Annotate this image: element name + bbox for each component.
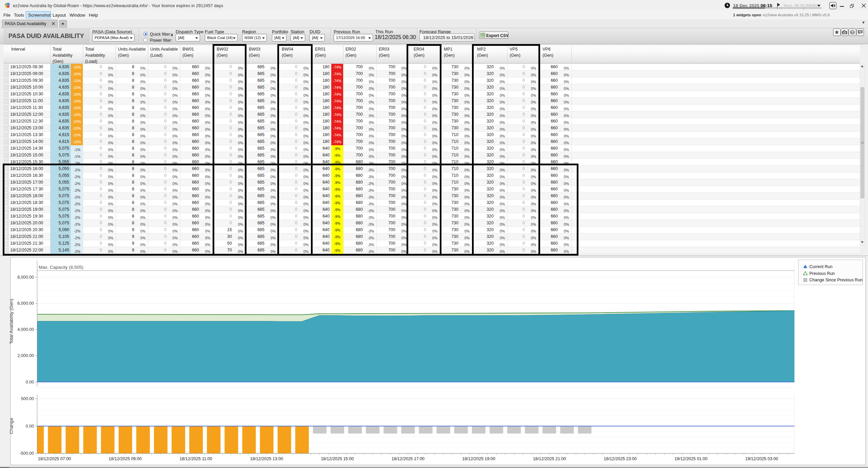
svg-text:18/12/2025 09:00: 18/12/2025 09:00 xyxy=(108,456,141,461)
svg-text:2,000.00: 2,000.00 xyxy=(17,353,34,358)
svg-text:0.00: 0.00 xyxy=(26,424,34,429)
svg-text:18/12/2025 07:00: 18/12/2025 07:00 xyxy=(38,456,71,461)
svg-text:500.00: 500.00 xyxy=(21,396,34,401)
svg-text:Current Run: Current Run xyxy=(809,264,832,269)
svg-text:4,000.00: 4,000.00 xyxy=(17,327,34,332)
svg-text:18/12/2025 19:00: 18/12/2025 19:00 xyxy=(462,456,495,461)
svg-text:6,000.00: 6,000.00 xyxy=(17,301,34,306)
svg-text:19/12/2025 03:00: 19/12/2025 03:00 xyxy=(745,456,778,461)
svg-text:19/12/2025 01:00: 19/12/2025 01:00 xyxy=(674,456,707,461)
svg-text:Change Since Previous Run: Change Since Previous Run xyxy=(809,278,863,282)
svg-text:-500.00: -500.00 xyxy=(20,451,34,456)
svg-text:Previous Run: Previous Run xyxy=(809,271,835,276)
svg-text:18/12/2025 23:00: 18/12/2025 23:00 xyxy=(604,456,637,461)
svg-text:0.00: 0.00 xyxy=(26,380,34,385)
svg-text:18/12/2025 13:00: 18/12/2025 13:00 xyxy=(250,456,283,461)
svg-text:18/12/2025 11:00: 18/12/2025 11:00 xyxy=(179,456,212,461)
svg-text:Change: Change xyxy=(9,418,14,434)
svg-text:8,000.00: 8,000.00 xyxy=(17,275,34,280)
svg-text:18/12/2025 21:00: 18/12/2025 21:00 xyxy=(533,456,566,461)
svg-text:18/12/2025 17:00: 18/12/2025 17:00 xyxy=(392,456,425,461)
svg-text:18/12/2025 15:00: 18/12/2025 15:00 xyxy=(321,456,354,461)
svg-text:Total Availability (Gen): Total Availability (Gen) xyxy=(9,299,14,344)
svg-text:Max. Capacity (8,505): Max. Capacity (8,505) xyxy=(39,265,83,270)
